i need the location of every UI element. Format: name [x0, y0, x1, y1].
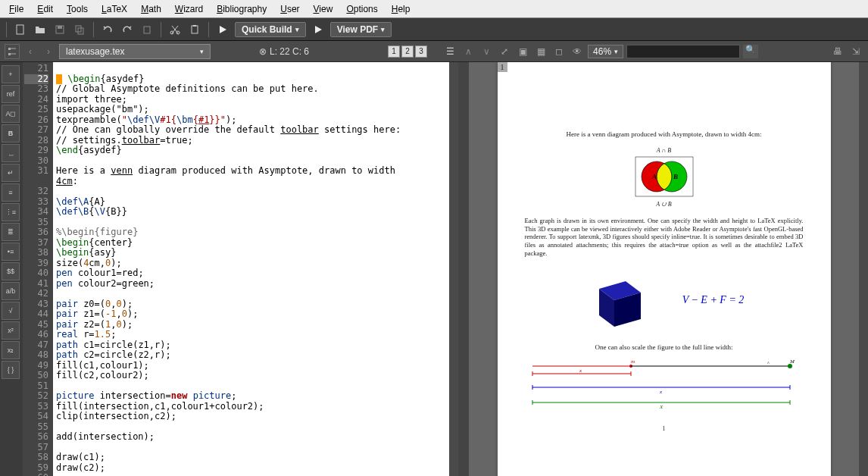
code-line[interactable]: \begin{asy}	[56, 248, 446, 258]
code-line[interactable]: \end{asydef}	[56, 146, 446, 156]
code-line[interactable]	[56, 381, 446, 392]
save-icon[interactable]	[52, 22, 67, 37]
sub-icon[interactable]: x₂	[2, 341, 20, 359]
crop2-icon[interactable]: ▦	[533, 44, 548, 59]
expand-icon[interactable]: ⇲	[848, 44, 863, 59]
newline-icon[interactable]: ↵	[2, 164, 20, 182]
code-line[interactable]: picture intersection=new picture;	[56, 391, 446, 402]
code-line[interactable]: pen colour1=red;	[56, 268, 446, 279]
bold-icon[interactable]: B	[2, 124, 20, 142]
list2-icon[interactable]: ⋮≡	[2, 203, 20, 221]
code-line[interactable]: add(intersection);	[56, 432, 446, 443]
copy-icon[interactable]	[72, 22, 87, 37]
play-icon[interactable]	[215, 22, 230, 37]
code-line[interactable]: path c2=circle(z2,r);	[56, 350, 446, 361]
play-icon-2[interactable]	[311, 22, 326, 37]
ref-icon[interactable]: ref	[2, 85, 20, 103]
menu-latex[interactable]: LaTeX	[95, 2, 133, 16]
search-button[interactable]: 🔍	[743, 45, 758, 58]
menu-wizard[interactable]: Wizard	[169, 2, 209, 16]
crop3-icon[interactable]: ◻	[551, 44, 567, 59]
code-line[interactable]: path c1=circle(z1,r);	[56, 340, 446, 351]
clipboard-icon[interactable]	[139, 22, 155, 37]
page-2-btn[interactable]: 2	[401, 45, 414, 58]
dollar-icon[interactable]: $$	[2, 262, 20, 280]
down-icon[interactable]: ∨	[479, 44, 494, 59]
zoom-dropdown[interactable]: 46%	[588, 45, 623, 58]
crop1-icon[interactable]: ▣	[515, 44, 530, 59]
list3-icon[interactable]: ≣	[2, 223, 20, 241]
sqrt-icon[interactable]: √	[2, 302, 20, 320]
frac-icon[interactable]: a/b	[2, 282, 20, 300]
code-line[interactable]: // One can globally override the default…	[56, 125, 446, 136]
cut-icon[interactable]	[167, 22, 183, 37]
code-line[interactable]	[56, 473, 446, 476]
menu-file[interactable]: File	[3, 2, 30, 16]
code-line[interactable]: // Global Asymptote definitions can be p…	[56, 84, 446, 95]
code-line[interactable]	[56, 289, 446, 299]
code-line[interactable]: Here is a venn diagram produced with Asy…	[56, 166, 446, 186]
code-line[interactable]: real r=1.5;	[56, 330, 446, 340]
item-icon[interactable]: •≡	[2, 243, 20, 261]
menu-tools[interactable]: Tools	[61, 2, 94, 16]
menu-options[interactable]: Options	[340, 2, 383, 16]
pdf-preview[interactable]: 1 Here is a venn diagram produced with A…	[469, 62, 859, 476]
pane-divider[interactable]	[458, 62, 469, 476]
print-icon[interactable]: 🖶	[830, 44, 845, 59]
code-line[interactable]: texpreamble("\def\V#1{\bm{#1}}");	[56, 115, 446, 126]
code-line[interactable]: draw(c2);	[56, 463, 446, 474]
code-line[interactable]: draw(c1);	[56, 453, 446, 463]
code-line[interactable]: // settings.toolbar=true;	[56, 136, 446, 146]
view-pdf-dropdown[interactable]: View PDF	[330, 22, 392, 37]
menu-help[interactable]: Help	[386, 2, 417, 16]
code-line[interactable]: fill(c1,colour1);	[56, 361, 446, 371]
code-line[interactable]: \def\B{\V{B}}	[56, 207, 446, 218]
menu-view[interactable]: View	[308, 2, 339, 16]
code-line[interactable]: \def\A{A}	[56, 197, 446, 208]
close-icon[interactable]: ⊗	[259, 46, 267, 57]
part-icon[interactable]: +	[2, 65, 20, 83]
code-line[interactable]: clip(intersection,c2);	[56, 412, 446, 422]
redo-icon[interactable]	[120, 22, 135, 37]
fit-icon[interactable]: ⤢	[497, 44, 512, 59]
sup-icon[interactable]: x²	[2, 321, 20, 340]
code-line[interactable]	[56, 156, 446, 167]
code-line[interactable]: pen colour2=green;	[56, 279, 446, 290]
code-editor[interactable]: \begin{asydef}// Global Asymptote defini…	[53, 62, 449, 476]
code-line[interactable]	[56, 186, 446, 197]
menu-bibliography[interactable]: Bibliography	[211, 2, 273, 16]
paste-icon[interactable]	[187, 22, 202, 37]
code-line[interactable]: \begin{center}	[56, 238, 446, 249]
code-line[interactable]: pair z0=(0,0);	[56, 299, 446, 310]
menu-math[interactable]: Math	[135, 2, 167, 16]
nav-back-icon[interactable]: ‹	[23, 44, 38, 59]
page-1-btn[interactable]: 1	[388, 45, 400, 58]
list1-icon[interactable]: ≡	[2, 183, 20, 202]
code-line[interactable]: usepackage("bm");	[56, 105, 446, 115]
undo-icon[interactable]	[100, 22, 115, 37]
code-line[interactable]: pair z1=(-1,0);	[56, 309, 446, 320]
open-icon[interactable]	[33, 22, 48, 37]
code-line[interactable]: import three;	[56, 95, 446, 105]
code-line[interactable]	[56, 64, 446, 74]
list-icon[interactable]: ☰	[442, 44, 457, 59]
menu-user[interactable]: User	[274, 2, 305, 16]
structure-icon[interactable]	[5, 44, 20, 59]
code-line[interactable]: size(4cm,0);	[56, 258, 446, 269]
label-icon[interactable]: A◻	[2, 105, 20, 123]
nav-fwd-icon[interactable]: ›	[41, 44, 56, 59]
code-line[interactable]: %\begin{figure}	[56, 227, 446, 238]
code-line[interactable]	[56, 443, 446, 453]
code-line[interactable]: pair z2=(1,0);	[56, 320, 446, 330]
page-3-btn[interactable]: 3	[415, 45, 427, 58]
code-line[interactable]	[56, 422, 446, 433]
new-doc-icon[interactable]	[13, 22, 28, 37]
brace-icon[interactable]: { }	[2, 361, 20, 379]
code-line[interactable]	[56, 218, 446, 228]
code-line[interactable]: \begin{asydef}	[56, 74, 446, 85]
eye-icon[interactable]: 👁	[570, 44, 585, 59]
code-line[interactable]: fill(c2,colour2);	[56, 371, 446, 381]
file-dropdown[interactable]: latexusage.tex	[59, 44, 211, 59]
quick-build-dropdown[interactable]: Quick Build	[235, 22, 306, 37]
code-line[interactable]: fill(intersection,c1,colour1+colour2);	[56, 402, 446, 412]
